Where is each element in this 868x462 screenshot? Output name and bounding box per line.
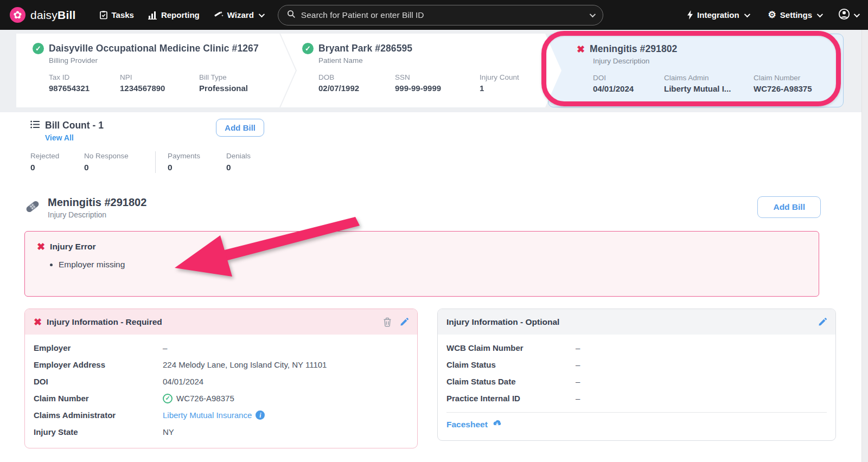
info-row-claim-number: Claim Number ✓ WC726-A98375 — [34, 390, 409, 407]
view-all-link[interactable]: View All — [45, 133, 74, 142]
info-row-claim-status: Claim Status – — [446, 356, 827, 373]
nav-wizard-label: Wizard — [227, 10, 254, 20]
info-row-doi: DOI 04/01/2024 — [34, 373, 409, 390]
stat-value: 0 — [168, 163, 213, 172]
stat-value: 0 — [226, 163, 251, 172]
chevron-down-icon — [817, 11, 823, 17]
error-x-icon: ✖ — [37, 242, 45, 252]
trash-icon[interactable] — [383, 317, 392, 327]
top-navbar: ✿ daisyBill Tasks Reporting — [0, 0, 868, 30]
info-row-wcb-claim-number: WCB Claim Number – — [446, 339, 827, 356]
nav-wizard[interactable]: Wizard — [214, 10, 263, 20]
nav-settings-label: Settings — [780, 10, 812, 20]
error-item: Employer missing — [59, 260, 807, 270]
stat-label: Rejected — [30, 152, 71, 160]
field-label: Claim Number — [754, 74, 812, 82]
divider — [446, 412, 827, 413]
page-title: Meningitis #291802 — [48, 196, 146, 209]
verified-check-icon: ✓ — [163, 394, 173, 403]
breadcrumb-patient[interactable]: ✓ Bryant Park #286595 Patient Name DOB 0… — [280, 34, 561, 107]
add-bill-button[interactable]: Add Bill — [216, 119, 264, 137]
stat-label: Payments — [168, 152, 213, 160]
info-row-employer-address: Employer Address 224 Melody Lane, Long I… — [34, 356, 409, 373]
field-label: Tax ID — [49, 73, 105, 81]
search-chevron-down-icon[interactable] — [590, 11, 596, 17]
field-value: 987654321 — [49, 84, 105, 93]
field-value: WC726-A98375 — [754, 84, 812, 93]
field-label: Injury Count — [480, 73, 519, 81]
nav-tasks-label: Tasks — [112, 10, 134, 20]
injury-subtitle: Injury Description — [593, 57, 829, 65]
facesheet-link[interactable]: Facesheet — [446, 419, 827, 433]
injury-detail-section: Meningitis #291802 Injury Description Ad… — [24, 196, 836, 448]
wizard-wand-icon — [214, 10, 224, 20]
error-x-icon: ✖ — [577, 44, 585, 54]
tasks-clipboard-icon — [99, 10, 108, 20]
edit-pencil-icon[interactable] — [818, 318, 827, 326]
nav-integration-label: Integration — [697, 10, 739, 20]
bill-list-icon — [30, 120, 40, 131]
user-avatar-icon — [838, 8, 850, 22]
nav-reporting[interactable]: Reporting — [148, 10, 200, 20]
daisybill-logo[interactable]: ✿ daisyBill — [10, 7, 76, 23]
field-value: 999-99-9999 — [395, 84, 464, 93]
field-label: NPI — [120, 73, 184, 81]
stat-value: 0 — [30, 163, 71, 172]
info-row-claims-administrator: Claims Administrator Liberty Mutual Insu… — [34, 407, 409, 424]
lightning-bolt-icon — [687, 10, 693, 20]
check-circle-icon: ✓ — [33, 43, 44, 54]
field-label: Bill Type — [199, 73, 248, 81]
gear-icon: ⚙ — [768, 10, 776, 20]
chevron-down-icon — [854, 11, 860, 17]
breadcrumb-billing-provider[interactable]: ✓ Daisyville Occupational Medicine Clini… — [16, 34, 296, 107]
nav-reporting-label: Reporting — [161, 10, 200, 20]
nav-tasks[interactable]: Tasks — [99, 10, 134, 20]
bandage-icon — [24, 198, 41, 219]
check-circle-icon: ✓ — [302, 43, 314, 54]
bill-count-title: Bill Count - 1 — [45, 120, 104, 131]
divider — [155, 151, 156, 173]
patient-subtitle: Patient Name — [318, 56, 547, 65]
edit-pencil-icon[interactable] — [400, 318, 409, 326]
info-row-practice-internal-id: Practice Internal ID – — [446, 390, 827, 407]
claims-admin-link[interactable]: Liberty Mutual Insurance — [163, 410, 252, 420]
chevron-down-icon — [259, 11, 265, 17]
cloud-download-icon — [492, 419, 502, 429]
info-row-employer: Employer – — [34, 339, 409, 356]
optional-card-title: Injury Information - Optional — [446, 317, 559, 327]
search-icon — [287, 10, 296, 21]
nav-integration[interactable]: Integration — [687, 10, 749, 20]
global-search[interactable] — [278, 5, 603, 25]
scrollbar-track[interactable] — [861, 30, 868, 462]
injury-error-panel: ✖ Injury Error Employer missing — [24, 231, 819, 297]
field-label: SSN — [395, 73, 464, 81]
reporting-chart-icon — [148, 11, 157, 20]
user-account-menu[interactable] — [838, 8, 858, 22]
stat-label: Denials — [226, 152, 251, 160]
field-label: DOB — [318, 73, 380, 81]
breadcrumb: ✓ Daisyville Occupational Medicine Clini… — [16, 34, 844, 107]
search-input[interactable] — [301, 10, 583, 20]
injury-title: Meningitis #291802 — [590, 43, 677, 55]
chevron-down-icon — [744, 11, 750, 17]
nav-settings[interactable]: ⚙ Settings — [768, 10, 821, 20]
patient-title: Bryant Park #286595 — [318, 43, 412, 54]
breadcrumb-injury-active[interactable]: ✖ Meningitis #291802 Injury Description … — [548, 34, 844, 107]
field-value: 02/07/1992 — [318, 84, 380, 93]
field-value: 1234567890 — [120, 84, 184, 93]
error-x-icon: ✖ — [34, 317, 42, 327]
daisy-flower-icon: ✿ — [10, 7, 25, 23]
info-icon[interactable]: i — [256, 410, 265, 420]
field-value: 04/01/2024 — [593, 84, 649, 93]
add-bill-button[interactable]: Add Bill — [757, 196, 821, 218]
field-value: Professional — [199, 84, 248, 93]
required-card-title: Injury Information - Required — [47, 317, 162, 327]
field-value: 1 — [480, 84, 519, 93]
error-title: Injury Error — [50, 242, 95, 252]
stat-value: 0 — [84, 163, 142, 172]
bill-count-card: Bill Count - 1 View All Add Bill Rejecte… — [16, 112, 296, 187]
injury-info-required-card: ✖ Injury Information - Required — [24, 309, 418, 448]
info-row-injury-state: Injury State NY — [34, 424, 409, 440]
field-value: Liberty Mutual I... — [664, 84, 738, 93]
info-row-claim-status-date: Claim Status Date – — [446, 373, 827, 390]
